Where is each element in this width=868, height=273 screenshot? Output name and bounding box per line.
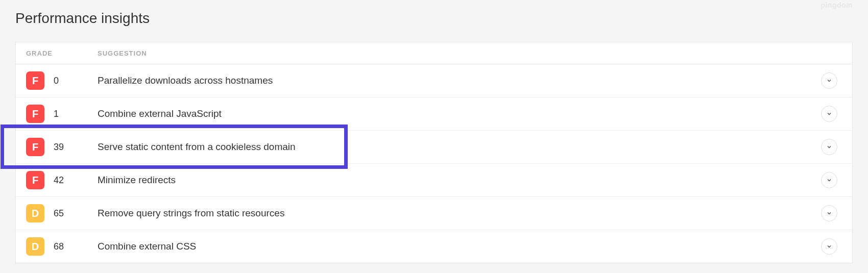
grade-badge: F bbox=[26, 71, 44, 90]
expand-button[interactable] bbox=[821, 106, 837, 122]
table-row[interactable]: D65Remove query strings from static reso… bbox=[16, 197, 852, 230]
grade-badge: D bbox=[26, 204, 44, 222]
expand-button[interactable] bbox=[821, 172, 837, 188]
chevron-down-icon bbox=[826, 111, 832, 117]
header-grade: GRADE bbox=[26, 49, 53, 57]
table-row[interactable]: F39Serve static content from a cookieles… bbox=[16, 131, 852, 164]
suggestion-text: Combine external JavaScript bbox=[98, 108, 222, 119]
expand-button[interactable] bbox=[821, 205, 837, 221]
chevron-down-icon bbox=[826, 243, 832, 250]
suggestion-text: Serve static content from a cookieless d… bbox=[98, 141, 296, 152]
expand-button[interactable] bbox=[821, 72, 837, 89]
table-row[interactable]: F42Minimize redirects bbox=[16, 164, 852, 197]
suggestion-text: Parallelize downloads across hostnames bbox=[98, 75, 273, 86]
grade-score: 39 bbox=[54, 142, 64, 153]
chevron-down-icon bbox=[826, 210, 832, 216]
grade-score: 42 bbox=[54, 175, 64, 186]
expand-button[interactable] bbox=[821, 139, 837, 155]
chevron-down-icon bbox=[826, 78, 832, 84]
grade-badge: F bbox=[26, 138, 44, 156]
grade-badge: F bbox=[26, 171, 44, 189]
performance-insights-panel: Performance insights GRADE SUGGESTION F0… bbox=[0, 0, 868, 273]
grade-badge: D bbox=[26, 237, 44, 256]
grade-badge: F bbox=[26, 105, 44, 123]
insights-table: GRADE SUGGESTION F0Parallelize downloads… bbox=[15, 42, 853, 263]
chevron-down-icon bbox=[826, 144, 832, 150]
table-row[interactable]: D68Combine external CSS bbox=[16, 230, 852, 263]
page-title: Performance insights bbox=[15, 10, 853, 27]
grade-score: 65 bbox=[54, 208, 64, 219]
header-suggestion: SUGGESTION bbox=[98, 49, 147, 57]
chevron-down-icon bbox=[826, 177, 832, 183]
grade-score: 0 bbox=[54, 76, 59, 86]
suggestion-text: Combine external CSS bbox=[98, 241, 196, 252]
suggestion-text: Remove query strings from static resourc… bbox=[98, 208, 284, 218]
table-header: GRADE SUGGESTION bbox=[16, 42, 852, 64]
expand-button[interactable] bbox=[821, 238, 837, 255]
table-row[interactable]: F0Parallelize downloads across hostnames bbox=[16, 64, 852, 97]
table-row[interactable]: F1Combine external JavaScript bbox=[16, 97, 852, 131]
suggestion-text: Minimize redirects bbox=[98, 175, 176, 185]
grade-score: 68 bbox=[54, 241, 64, 252]
grade-score: 1 bbox=[54, 109, 59, 119]
watermark: pingdom bbox=[821, 1, 853, 9]
